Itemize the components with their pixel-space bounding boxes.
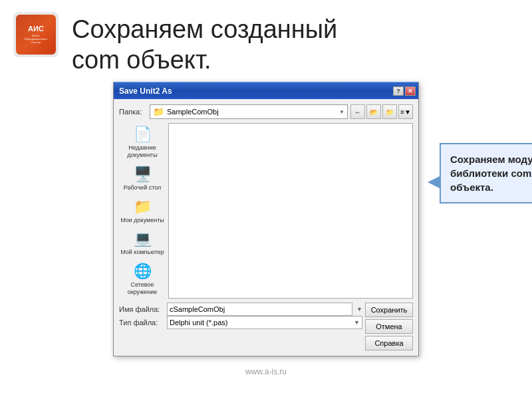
folder-icon: 📁 bbox=[153, 106, 164, 117]
callout-tooltip: Сохраняем модуль библиотеки com объекта. bbox=[440, 143, 532, 203]
desktop-icon: 🖥️ bbox=[134, 166, 152, 183]
help-dialog-button[interactable]: Справка bbox=[365, 336, 413, 350]
filetype-label: Тип файла: bbox=[119, 319, 164, 327]
content-row: 📄 Недавние документы 🖥️ Рабочий стол 📁 М… bbox=[119, 123, 413, 299]
help-button[interactable]: ? bbox=[393, 86, 404, 96]
network-icon: 🌐 bbox=[134, 263, 152, 280]
filename-dropdown-arrow: ▼ bbox=[356, 306, 362, 313]
header: АИС Атлас Информационных Систем Сохраняе… bbox=[0, 0, 532, 82]
filename-row: Имя файла: cSampleComObj ▼ bbox=[119, 303, 362, 316]
sidebar-item-computer[interactable]: 💻 Мой компьютер bbox=[119, 227, 166, 259]
filetype-dropdown-arrow: ▼ bbox=[354, 319, 360, 326]
filetype-row: Тип файла: Delphi unit (*.pas) ▼ bbox=[119, 316, 362, 329]
filename-label: Имя файла: bbox=[119, 305, 164, 313]
close-button[interactable]: ✕ bbox=[405, 86, 416, 96]
bottom-section: Имя файла: cSampleComObj ▼ Тип файла: De… bbox=[119, 303, 413, 350]
view-button[interactable]: ≡▼ bbox=[398, 104, 413, 119]
back-button[interactable]: ← bbox=[350, 104, 365, 119]
up-button[interactable]: 📂 bbox=[366, 104, 381, 119]
logo-subtitle: Атлас Информационных Систем bbox=[25, 35, 47, 44]
dialog-body: Папка: 📁 SampleComObj ▼ ← 📂 📁 ≡▼ bbox=[114, 99, 418, 356]
sidebar-item-network[interactable]: 🌐 Сетевое окружение bbox=[119, 260, 166, 299]
footer-url: www.a-is.ru bbox=[245, 367, 287, 376]
footer: www.a-is.ru bbox=[0, 356, 532, 382]
toolbar-row: Папка: 📁 SampleComObj ▼ ← 📂 📁 ≡▼ bbox=[119, 104, 413, 119]
dropdown-arrow-icon: ▼ bbox=[339, 109, 344, 115]
filename-input[interactable]: cSampleComObj bbox=[167, 303, 352, 316]
sidebar-item-documents[interactable]: 📁 Мои документы bbox=[119, 196, 166, 227]
logo: АИС Атлас Информационных Систем bbox=[13, 12, 59, 57]
toolbar-buttons: ← 📂 📁 ≡▼ bbox=[350, 104, 413, 119]
filetype-dropdown[interactable]: Delphi unit (*.pas) ▼ bbox=[167, 316, 362, 329]
logo-text: АИС bbox=[25, 25, 47, 33]
folder-dropdown[interactable]: 📁 SampleComObj ▼ bbox=[150, 104, 348, 119]
dialog-titlebar: Save Unit2 As ? ✕ bbox=[114, 82, 418, 99]
my-docs-icon: 📁 bbox=[134, 198, 152, 215]
sidebar-item-recent[interactable]: 📄 Недавние документы bbox=[119, 123, 166, 162]
page-title: Сохраняем созданный com объект. bbox=[72, 12, 337, 75]
dialog-controls: ? ✕ bbox=[393, 86, 416, 96]
save-dialog: Save Unit2 As ? ✕ Папка: 📁 SampleComObj … bbox=[113, 82, 419, 356]
dialog-wrapper: Save Unit2 As ? ✕ Папка: 📁 SampleComObj … bbox=[0, 82, 532, 356]
sidebar: 📄 Недавние документы 🖥️ Рабочий стол 📁 М… bbox=[119, 123, 166, 299]
new-folder-button[interactable]: 📁 bbox=[382, 104, 397, 119]
folder-label: Папка: bbox=[119, 108, 147, 116]
dialog-title: Save Unit2 As bbox=[116, 86, 172, 96]
file-list-area bbox=[168, 123, 413, 299]
my-computer-icon: 💻 bbox=[134, 230, 152, 247]
cancel-button[interactable]: Отмена bbox=[365, 319, 413, 334]
bottom-fields: Имя файла: cSampleComObj ▼ Тип файла: De… bbox=[119, 303, 362, 350]
recent-docs-icon: 📄 bbox=[134, 126, 152, 143]
action-buttons: Сохранить Отмена Справка bbox=[365, 303, 413, 350]
folder-name: SampleComObj bbox=[167, 108, 336, 116]
save-button[interactable]: Сохранить bbox=[365, 303, 413, 317]
sidebar-item-desktop[interactable]: 🖥️ Рабочий стол bbox=[119, 163, 166, 194]
